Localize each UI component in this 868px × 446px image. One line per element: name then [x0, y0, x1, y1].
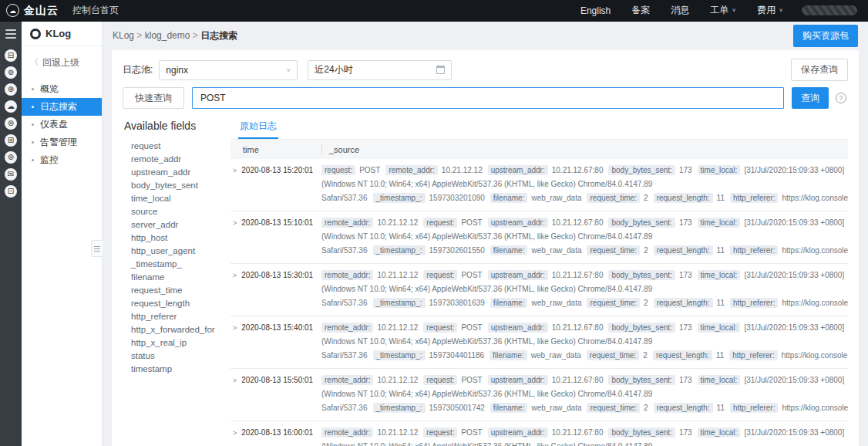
topnav-item[interactable]: English ∨	[580, 5, 611, 16]
field-list-item[interactable]: filename	[124, 271, 224, 284]
log-field-value: POST	[461, 271, 482, 279]
brand-name: 金山云	[24, 4, 59, 18]
brand-logo[interactable]: ☁ 金山云	[6, 4, 59, 18]
topnav-item-label: 工单	[710, 4, 728, 17]
log-field-pair: _timestamp_1597305001742	[373, 404, 490, 412]
rail-service-icon[interactable]: ✉	[5, 168, 17, 181]
rail-service-icon[interactable]: ⊛	[5, 151, 17, 164]
log-field-value: web_raw_data	[531, 404, 581, 412]
log-timestamp: 2020-08-13 15:10:01	[241, 216, 313, 230]
quick-query-button[interactable]: 快速查询	[123, 87, 184, 109]
field-list-item[interactable]: body_bytes_sent	[124, 179, 224, 192]
topnav-item[interactable]: 备案 ∨	[631, 4, 650, 17]
save-query-button[interactable]: 保存查询	[791, 59, 848, 81]
log-field-value: POST	[359, 166, 380, 174]
field-list-item[interactable]: status	[124, 350, 224, 363]
log-pool-select[interactable]: nginx ∨	[159, 60, 298, 80]
log-field-key: upstream_addr	[488, 165, 548, 175]
sidebar-item[interactable]: 仪表盘	[22, 116, 102, 133]
field-list-item[interactable]: http_x_real_ip	[124, 336, 224, 350]
field-list-item[interactable]: request	[124, 140, 224, 153]
field-list-item[interactable]: request_time	[124, 284, 224, 297]
log-field-value: 10.21.12.67:80	[552, 428, 604, 437]
sidebar-item[interactable]: 日志搜索	[22, 98, 102, 116]
rail-service-icon[interactable]: ⊞	[5, 134, 17, 147]
rail-service-icon[interactable]: ⊟	[5, 49, 17, 62]
field-list-item[interactable]: remote_addr	[124, 153, 224, 166]
log-field-key: upstream_addr	[488, 427, 548, 438]
topnav: English ∨ 备案 ∨ 消息 ∨ 工单 ∨ 费用 ∨	[580, 4, 783, 17]
sidebar-item[interactable]: 监控	[22, 151, 102, 169]
sidebar-collapse-handle[interactable]	[91, 240, 103, 257]
user-account-redacted[interactable]	[802, 5, 857, 15]
help-icon[interactable]: ?	[836, 93, 846, 103]
expand-chevron-icon[interactable]: >	[233, 321, 237, 335]
rail-service-icon[interactable]: ⊜	[5, 117, 17, 130]
table-row: > 2020-08-13 15:50:01 remote_addr10.21.1…	[230, 369, 848, 421]
field-list-item[interactable]: http_referer	[124, 310, 224, 323]
field-list-item[interactable]: server_addr	[124, 218, 224, 231]
field-list-item[interactable]: timestamp	[124, 363, 224, 376]
log-field-value: [31/Jul/2020:15:09:33 +0800]	[744, 323, 844, 332]
table-row: > 2020-08-13 15:30:01 remote_addr10.21.1…	[230, 264, 848, 316]
breadcrumb-item[interactable]: 日志搜索	[200, 30, 237, 41]
topnav-item[interactable]: 费用 ∨	[757, 4, 783, 17]
back-to-parent-link[interactable]: 〈 回退上级	[22, 46, 102, 77]
expand-chevron-icon[interactable]: >	[233, 164, 237, 177]
log-field-pair: request_length11	[654, 299, 730, 307]
expand-chevron-icon[interactable]: >	[233, 216, 237, 230]
rail-service-icon[interactable]: ⊡	[5, 185, 17, 198]
log-field-value: 173	[679, 376, 692, 384]
field-list-item[interactable]: time_local	[124, 192, 224, 205]
log-field-value: 10.21.12.67:80	[552, 271, 604, 279]
search-input[interactable]	[192, 87, 784, 109]
breadcrumb-item[interactable]: KLog	[113, 30, 145, 41]
field-list-item[interactable]: http_user_agent	[124, 245, 224, 258]
log-field-pair: time_local[31/Jul/2020:15:09:33 +0800]	[698, 376, 848, 384]
log-field-pair: _timestamp_1597303801639	[373, 299, 490, 307]
field-list-item[interactable]: _timestamp_	[124, 258, 224, 271]
log-field-key: body_bytes_sent	[608, 375, 675, 385]
search-button[interactable]: 查询	[792, 87, 829, 109]
expand-chevron-icon[interactable]: >	[233, 373, 237, 387]
sidebar-item[interactable]: 概览	[22, 80, 102, 98]
column-header-source: _source	[321, 145, 359, 154]
rail-service-icon[interactable]: ⊕	[5, 83, 17, 96]
log-field-key: upstream_addr	[488, 375, 548, 385]
log-field-key: upstream_addr	[488, 218, 548, 228]
menu-icon[interactable]	[5, 29, 16, 39]
log-field-key: upstream_addr	[488, 270, 548, 280]
log-field-pair: requestPOST	[423, 428, 487, 437]
expand-chevron-icon[interactable]: >	[233, 269, 237, 282]
log-field-key: body_bytes_sent	[608, 165, 675, 175]
log-timestamp: 2020-08-13 15:40:01	[241, 321, 313, 335]
breadcrumb-item[interactable]: klog_demo	[145, 30, 200, 41]
log-field-key: filename	[490, 193, 528, 203]
bullet-icon	[32, 159, 34, 161]
field-list-item[interactable]: request_length	[124, 297, 224, 310]
table-row: > 2020-08-13 15:40:01 remote_addr10.21.1…	[230, 316, 848, 369]
log-field-value: POST	[461, 376, 482, 384]
log-field-key: request_time	[587, 193, 640, 203]
topnav-item[interactable]: 工单 ∨	[710, 4, 736, 17]
tab-raw-logs[interactable]: 原始日志	[238, 117, 278, 139]
field-list-item[interactable]: http_host	[124, 231, 224, 245]
log-timestamp: 2020-08-13 15:20:01	[241, 164, 313, 177]
log-field-value: 11	[716, 351, 724, 360]
field-list-item[interactable]: source	[124, 205, 224, 218]
log-field-value: https://klog.console.ksyun.com/	[782, 194, 848, 202]
topnav-item[interactable]: 消息 ∨	[671, 4, 689, 17]
log-field-value: 10.21.12.12	[442, 166, 483, 174]
time-range-picker[interactable]: 近24小时	[308, 60, 452, 80]
field-list-item[interactable]: http_x_forwarded_for	[124, 323, 224, 336]
buy-resource-pack-button[interactable]: 购买资源包	[793, 25, 858, 47]
field-list-item[interactable]: upstream_addr	[124, 166, 224, 179]
expand-chevron-icon[interactable]: >	[233, 426, 237, 440]
log-field-value: 1597303801639	[429, 299, 485, 307]
log-field-pair: request_time2	[587, 351, 653, 360]
log-field-value: 10.21.12.12	[377, 323, 418, 332]
console-home-link[interactable]: 控制台首页	[72, 4, 119, 17]
rail-service-icon[interactable]: ☁	[5, 100, 17, 113]
rail-service-icon[interactable]: ⊚	[5, 66, 17, 79]
sidebar-item[interactable]: 告警管理	[22, 133, 102, 151]
